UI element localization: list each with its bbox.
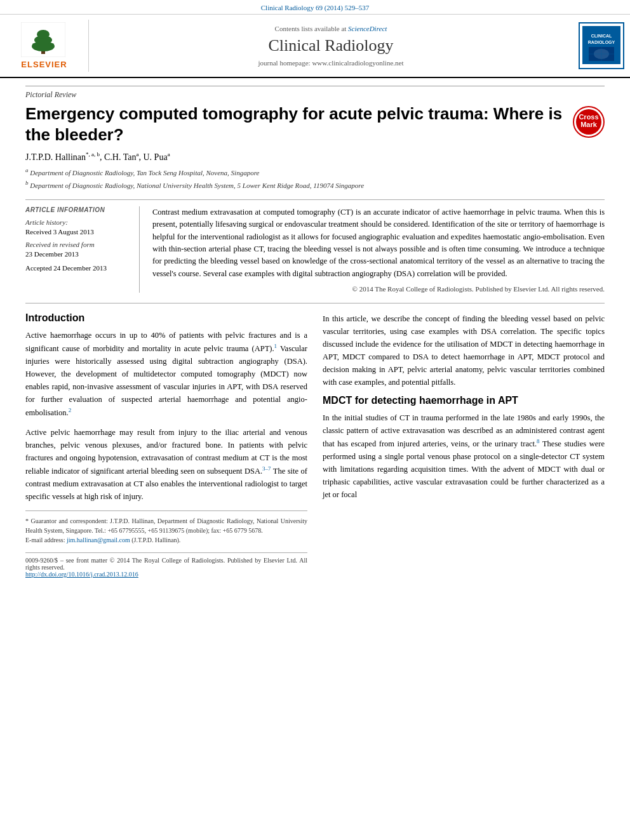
top-bar: Clinical Radiology 69 (2014) 529–537 [0, 0, 630, 15]
right-column: In this article, we describe the concept… [323, 312, 605, 577]
intro-paragraph-2: Active pelvic haemorrhage may result fro… [25, 426, 307, 503]
article-title: Emergency computed tomography for acute … [25, 103, 563, 145]
mdct-heading: MDCT for detecting haemorrhage in APT [323, 395, 605, 406]
elsevier-wordmark: ELSEVIER [21, 60, 67, 69]
svg-text:Cross: Cross [579, 113, 598, 121]
article-revised-label: Received in revised form [25, 241, 131, 248]
left-column: Introduction Active haemorrhage occurs i… [25, 312, 307, 577]
affiliation-b: b Department of Diagnostic Radiology, Na… [25, 179, 605, 190]
journal-homepage: journal homepage: www.clinicalradiologyo… [258, 59, 404, 67]
svg-text:Mark: Mark [580, 121, 598, 128]
svg-point-6 [51, 43, 54, 46]
science-direct-line: Contents lists available at ScienceDirec… [275, 25, 387, 32]
article-history-label: Article history: [25, 218, 131, 226]
article-revised-date: 23 December 2013 [25, 250, 131, 259]
science-direct-link[interactable]: ScienceDirect [348, 25, 387, 32]
author-1: J.T.P.D. Hallinan*, a, b [25, 152, 100, 162]
radiology-logo: CLINICAL RADIOLOGY [579, 22, 624, 69]
journal-logo-box: CLINICAL RADIOLOGY [573, 20, 630, 72]
footnote-star: * Guarantor and correspondent: J.T.P.D. … [25, 516, 307, 535]
mdct-paragraph-1: In the initial studies of CT in trauma p… [323, 411, 605, 501]
introduction-heading: Introduction [25, 312, 307, 324]
journal-header-center: Contents lists available at ScienceDirec… [89, 20, 573, 72]
crossmark-icon: Cross Mark [573, 106, 605, 138]
radiology-logo-icon: CLINICAL RADIOLOGY [582, 26, 620, 64]
elsevier-tree-icon [21, 22, 65, 57]
svg-text:CLINICAL: CLINICAL [591, 34, 612, 38]
abstract-copyright: © 2014 The Royal College of Radiologists… [152, 285, 605, 293]
article-accepted-date: Accepted 24 December 2013 [25, 263, 131, 273]
article-info-heading: ARTICLE INFORMATION [25, 206, 131, 213]
footer-issn: 0009-9260/$ – see front matter © 2014 Th… [25, 557, 307, 571]
author-3: U. Puaa [144, 152, 170, 162]
abstract-col: Contrast medium extravasation at compute… [152, 206, 605, 293]
affiliation-a: a Department of Diagnostic Radiology, Ta… [25, 166, 605, 178]
article-info-col: ARTICLE INFORMATION Article history: Rec… [25, 206, 140, 293]
article-received-date: Received 3 August 2013 [25, 227, 131, 237]
author-2: C.H. Tana [104, 152, 138, 162]
footer-doi: http://dx.doi.org/10.1016/j.crad.2013.12… [25, 571, 307, 578]
svg-text:RADIOLOGY: RADIOLOGY [588, 40, 615, 44]
abstract-text: Contrast medium extravasation at compute… [152, 206, 605, 280]
footnote-email: E-mail address: jim.hallinan@gmail.com (… [25, 535, 307, 545]
journal-title: Clinical Radiology [268, 36, 393, 55]
intro-paragraph-1: Active haemorrhage occurs in up to 40% o… [25, 329, 307, 419]
elsevier-logo: ELSEVIER [21, 22, 67, 69]
svg-point-5 [32, 43, 35, 46]
main-body: Introduction Active haemorrhage occurs i… [25, 303, 605, 577]
article-info-abstract-row: ARTICLE INFORMATION Article history: Rec… [25, 199, 605, 293]
intro-col2-paragraph: In this article, we describe the concept… [323, 312, 605, 389]
footnote-email-link[interactable]: jim.hallinan@gmail.com [67, 537, 130, 543]
authors-line: J.T.P.D. Hallinan*, a, b, C.H. Tana, U. … [25, 151, 605, 163]
footnotes-area: * Guarantor and correspondent: J.T.P.D. … [25, 510, 307, 545]
footer-doi-link[interactable]: http://dx.doi.org/10.1016/j.crad.2013.12… [25, 571, 138, 578]
journal-header: ELSEVIER Contents lists available at Sci… [0, 15, 630, 78]
journal-citation: Clinical Radiology 69 (2014) 529–537 [261, 4, 369, 11]
article-title-row: Emergency computed tomography for acute … [25, 103, 605, 145]
elsevier-logo-area: ELSEVIER [0, 20, 89, 72]
footer-area: 0009-9260/$ – see front matter © 2014 Th… [25, 552, 307, 578]
article-type: Pictorial Review [25, 86, 605, 100]
article-content: Pictorial Review Emergency computed tomo… [0, 78, 630, 588]
svg-point-4 [37, 30, 50, 39]
crossmark-badge: Cross Mark [573, 106, 605, 140]
